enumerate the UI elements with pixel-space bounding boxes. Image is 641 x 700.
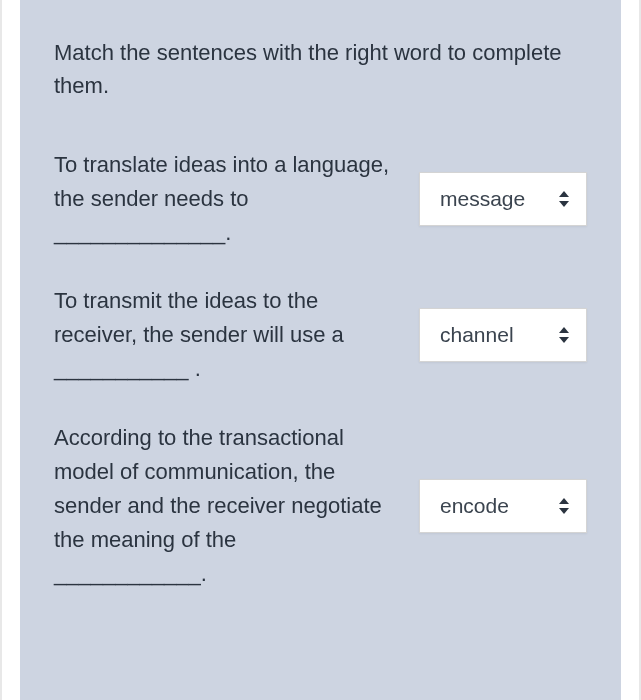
dropdown-selected-label: encode <box>440 494 509 518</box>
sort-icon <box>558 327 570 343</box>
page-container: Match the sentences with the right word … <box>0 0 641 700</box>
prompt-text: To translate ideas into a language, the … <box>54 148 391 250</box>
answer-dropdown[interactable]: channel <box>419 308 587 362</box>
match-row: To translate ideas into a language, the … <box>54 148 587 250</box>
instructions-text: Match the sentences with the right word … <box>54 36 587 102</box>
dropdown-selected-label: message <box>440 187 525 211</box>
sort-icon <box>558 498 570 514</box>
question-panel: Match the sentences with the right word … <box>20 0 621 700</box>
dropdown-selected-label: channel <box>440 323 514 347</box>
match-row: To transmit the ideas to the receiver, t… <box>54 284 587 386</box>
answer-dropdown[interactable]: encode <box>419 479 587 533</box>
match-row: According to the transactional model of … <box>54 421 587 591</box>
prompt-text: To transmit the ideas to the receiver, t… <box>54 284 391 386</box>
prompt-text: According to the transactional model of … <box>54 421 391 591</box>
sort-icon <box>558 191 570 207</box>
answer-dropdown[interactable]: message <box>419 172 587 226</box>
